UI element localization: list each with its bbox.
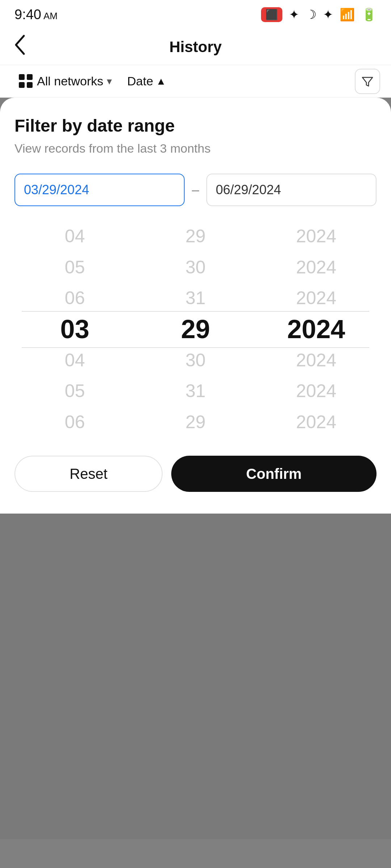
- date-label: Date: [127, 74, 153, 88]
- year-item-2024-selected: 2024: [256, 314, 377, 345]
- month-item-06-2: 06: [14, 407, 135, 438]
- year-item-2024-3: 2024: [256, 282, 377, 314]
- day-item-30-2: 30: [135, 345, 256, 376]
- status-time: 9:40 AM: [14, 7, 58, 22]
- reset-button[interactable]: Reset: [14, 456, 163, 492]
- filter-title: Filter by date range: [14, 116, 377, 136]
- filter-button[interactable]: [355, 69, 380, 94]
- picker-divider-bottom: [22, 347, 369, 348]
- picker-divider-top: [22, 311, 369, 312]
- confirm-button[interactable]: Confirm: [171, 456, 377, 492]
- camera-recording-icon: ⬛: [261, 7, 282, 22]
- networks-filter-chip[interactable]: All networks ▾: [11, 70, 120, 93]
- day-item-31-1: 31: [135, 282, 256, 314]
- day-item-31-2: 31: [135, 376, 256, 407]
- back-button[interactable]: [13, 34, 28, 60]
- day-item-30-1: 30: [135, 252, 256, 283]
- action-buttons: Reset Confirm: [14, 456, 377, 495]
- year-item-2024-5: 2024: [256, 376, 377, 407]
- status-icons: ⬛ ✦ ☽ ✦ 📶 🔋: [261, 7, 377, 22]
- month-item-05-1: 05: [14, 252, 135, 283]
- year-item-2024-4: 2024: [256, 345, 377, 376]
- month-item-05-2: 05: [14, 376, 135, 407]
- date-sort-chip[interactable]: Date ▲: [127, 74, 166, 88]
- sort-arrow-icon: ▲: [156, 76, 166, 87]
- filter-subtitle: View records from the last 3 months: [14, 141, 377, 156]
- nav-bar: History: [0, 29, 391, 65]
- wifi-icon: 📶: [340, 7, 355, 22]
- date-picker[interactable]: 04 05 06 03 04 05 06 29 30 31 29 30 31 2…: [14, 221, 377, 438]
- networks-icon: [19, 74, 33, 89]
- year-item-2024-2: 2024: [256, 252, 377, 283]
- month-item-03-selected: 03: [14, 314, 135, 345]
- day-column[interactable]: 29 30 31 29 30 31 29: [135, 221, 256, 438]
- page-title: History: [169, 38, 222, 56]
- day-item-29-selected: 29: [135, 314, 256, 345]
- day-item-29-2: 29: [135, 407, 256, 438]
- background-overlay: [0, 514, 391, 839]
- day-item-29-1: 29: [135, 221, 256, 252]
- month-column[interactable]: 04 05 06 03 04 05 06: [14, 221, 135, 438]
- year-item-2024-6: 2024: [256, 407, 377, 438]
- end-date-input[interactable]: 06/29/2024: [206, 174, 377, 206]
- chevron-down-icon: ▾: [107, 75, 112, 87]
- filter-bar: All networks ▾ Date ▲: [0, 65, 391, 98]
- date-inputs-row: 03/29/2024 – 06/29/2024: [14, 174, 377, 206]
- networks-label: All networks: [37, 74, 103, 88]
- bluetooth-icon: ✦: [289, 7, 299, 22]
- location-icon: ✦: [323, 7, 333, 22]
- do-not-disturb-icon: ☽: [306, 7, 316, 22]
- year-item-2024-1: 2024: [256, 221, 377, 252]
- battery-icon: 🔋: [361, 7, 377, 22]
- month-item-04-2: 04: [14, 345, 135, 376]
- month-item-04-1: 04: [14, 221, 135, 252]
- filter-date-sheet: Filter by date range View records from t…: [0, 98, 391, 514]
- year-column[interactable]: 2024 2024 2024 2024 2024 2024 2024: [256, 221, 377, 438]
- status-bar: 9:40 AM ⬛ ✦ ☽ ✦ 📶 🔋: [0, 0, 391, 29]
- start-date-input[interactable]: 03/29/2024: [14, 174, 185, 206]
- month-item-06-1: 06: [14, 282, 135, 314]
- date-separator: –: [192, 182, 199, 197]
